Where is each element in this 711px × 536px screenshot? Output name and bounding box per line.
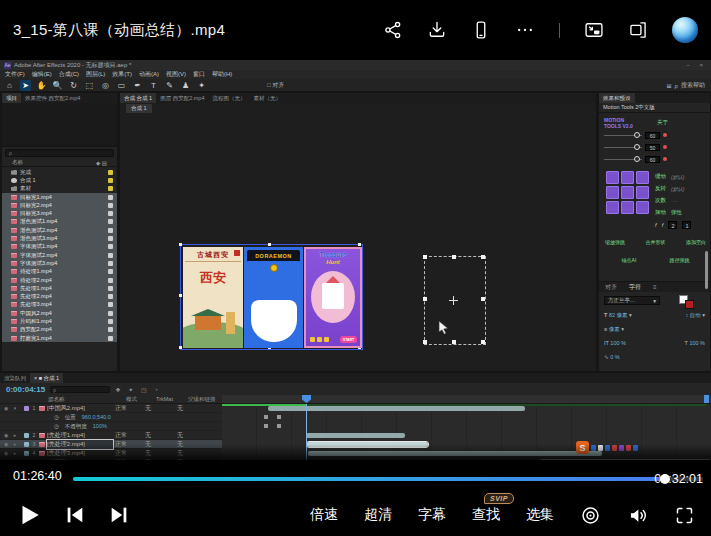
project-item[interactable]: 合成 1	[2, 176, 117, 184]
project-item[interactable]: 完成	[2, 168, 117, 176]
tab-render-queue[interactable]: 渲染队列	[0, 373, 30, 383]
slider-track[interactable]	[604, 147, 642, 148]
ae-menu-item[interactable]: 窗口	[193, 70, 205, 79]
anchor-point-crosshair[interactable]	[449, 296, 458, 305]
timeline-layer-row[interactable]: ◉ ▾1 [中国风2.mp4] 正常无无	[0, 404, 222, 413]
slider-knob[interactable]	[634, 132, 640, 138]
timeline-toggle-icons[interactable]: ❖ ✦ ◳ ◔	[115, 386, 161, 393]
tab-effects-presets[interactable]: 效果和预设	[599, 93, 635, 103]
keyframe-icon[interactable]	[264, 424, 268, 428]
curve-icon2[interactable]: 𝑓	[662, 222, 664, 229]
label-color-chip[interactable]	[108, 302, 113, 307]
stamp-tool-icon[interactable]: ♟	[180, 80, 191, 91]
pen-tool-icon[interactable]: ✒	[132, 80, 143, 91]
property-value[interactable]: 100%	[93, 423, 107, 429]
project-item[interactable]: 渐色测试2.mp4	[2, 226, 117, 234]
slider-knob[interactable]	[634, 156, 640, 162]
previous-button[interactable]	[64, 504, 86, 526]
count-row[interactable]: 次数····	[655, 197, 678, 204]
layer-bar-2[interactable]	[306, 433, 405, 438]
slider-knob[interactable]	[634, 144, 640, 150]
slider-value[interactable]: 60	[645, 132, 660, 139]
tab-project[interactable]: 项目	[2, 93, 21, 103]
slider-value[interactable]: 50	[645, 144, 660, 151]
slider-track[interactable]	[604, 159, 642, 160]
slider-value[interactable]: 60	[645, 156, 660, 163]
label-color-chip[interactable]	[108, 236, 113, 241]
puppet-tool-icon[interactable]: ✦	[196, 80, 207, 91]
stopwatch-icon[interactable]: ◷	[54, 414, 59, 420]
quality-button[interactable]: 超清	[364, 506, 392, 524]
phone-icon[interactable]	[471, 20, 491, 40]
shape-tool-icon[interactable]: ▭	[116, 80, 127, 91]
rotate-tool-icon[interactable]: ↻	[68, 80, 79, 91]
work-area-end-marker[interactable]	[704, 395, 709, 403]
label-color-chip[interactable]	[108, 269, 113, 274]
label-color-chip[interactable]	[108, 228, 113, 233]
pan-behind-tool-icon[interactable]: ◎	[100, 80, 111, 91]
mode-column[interactable]: 模式	[126, 396, 137, 403]
ae-menu-item[interactable]: 帮助(H)	[212, 70, 232, 79]
h-scale-value[interactable]: 100 %	[689, 340, 705, 346]
project-item[interactable]: 渐色测试3.mp4	[2, 234, 117, 242]
stroke-color-swatch[interactable]	[685, 300, 694, 309]
tab-layer[interactable]: 图层 西安配2.mp4	[156, 93, 208, 103]
ease-row[interactable]: 缓动(默认)	[655, 173, 684, 180]
selected-posters-group[interactable]: 古城西安 西安 DORAEMON Treasure Hunt	[180, 244, 363, 350]
speed-button[interactable]: 倍速	[310, 506, 338, 524]
font-family-select[interactable]: 方正兰亭…▾	[604, 296, 660, 305]
keyframe-icon[interactable]	[277, 424, 281, 428]
camera-tool-icon[interactable]: ⬚	[84, 80, 95, 91]
tab-footage[interactable]: 素材（无）	[249, 93, 285, 103]
tab-flowchart[interactable]: 流程图（无）	[208, 93, 249, 103]
fullscreen-icon[interactable]	[674, 505, 695, 526]
position-property-row[interactable]: ◷ 位置 960.0,540.0	[0, 413, 222, 422]
tab-motion-tools[interactable]: Motion Tools 2中文版	[599, 103, 710, 113]
label-color-chip[interactable]	[108, 244, 113, 249]
ae-menu-item[interactable]: 视图(V)	[166, 70, 186, 79]
path-bounce-button[interactable]: 路径弹跳	[669, 257, 689, 263]
record-icon[interactable]	[580, 505, 601, 526]
hand-tool-icon[interactable]: ✋	[36, 80, 47, 91]
label-color-chip[interactable]	[108, 294, 113, 299]
fill-mode-value[interactable]: 像素	[609, 326, 620, 332]
font-size-value[interactable]: 82 像素	[609, 312, 628, 318]
label-color-chip[interactable]	[108, 327, 113, 332]
slider-track[interactable]	[604, 135, 642, 136]
time-ruler[interactable]: :00s02s04s06s08s10s12s14s16s18s20s22s24s…	[222, 395, 711, 404]
subtitles-button[interactable]: 字幕	[418, 506, 446, 524]
add-null-button[interactable]: 添加空白	[686, 239, 706, 245]
project-item[interactable]: 字体测试2.mp4	[2, 251, 117, 259]
stopwatch-icon[interactable]: ◷	[54, 423, 59, 429]
v-scale-value[interactable]: 100 %	[610, 340, 626, 346]
timeline-timecode[interactable]: 0:00:04:15	[6, 385, 45, 394]
label-color-chip[interactable]	[108, 311, 113, 316]
align-toggle-label[interactable]: □ 对齐	[267, 81, 284, 90]
curve-icon[interactable]: 𝑓	[655, 222, 657, 229]
selection-handles[interactable]	[423, 255, 427, 259]
project-item[interactable]: 素材	[2, 185, 117, 193]
more-icon[interactable]	[515, 20, 535, 40]
trkmat-column[interactable]: TrkMat	[156, 396, 173, 402]
source-name-column[interactable]: 源名称	[48, 396, 65, 403]
layer-name[interactable]: [先处理1.mp4]	[47, 431, 113, 440]
selection-handles[interactable]	[179, 243, 182, 246]
ae-menu-item[interactable]: 文件(F)	[5, 70, 25, 79]
project-search-input[interactable]: ρ	[5, 149, 114, 157]
video-frame[interactable]: Ae Adobe After Effects 2020 - 无标题项目.aep …	[0, 60, 711, 460]
label-color-chip[interactable]	[108, 261, 113, 266]
zoom-tool-icon[interactable]: 🔍	[52, 80, 63, 91]
anchor-ai-button[interactable]: 锚点AI	[622, 257, 637, 263]
active-comp-chip[interactable]: 合成 1	[126, 104, 152, 113]
episodes-button[interactable]: 选集	[526, 506, 554, 524]
project-item[interactable]: 先处理2.mp4	[2, 292, 117, 300]
ae-menu-item[interactable]: 动画(A)	[139, 70, 159, 79]
label-color-chip[interactable]	[108, 170, 113, 175]
label-color-chip[interactable]	[108, 336, 113, 341]
name-column-label[interactable]: 名称	[12, 159, 23, 166]
project-item[interactable]: 字体测试1.mp4	[2, 243, 117, 251]
parent-link-column[interactable]: 父级和链接	[188, 396, 216, 403]
project-item[interactable]: 待处理2.mp4	[2, 276, 117, 284]
label-color-chip[interactable]	[108, 178, 113, 183]
layer-name[interactable]: [中国风2.mp4]	[47, 404, 113, 413]
